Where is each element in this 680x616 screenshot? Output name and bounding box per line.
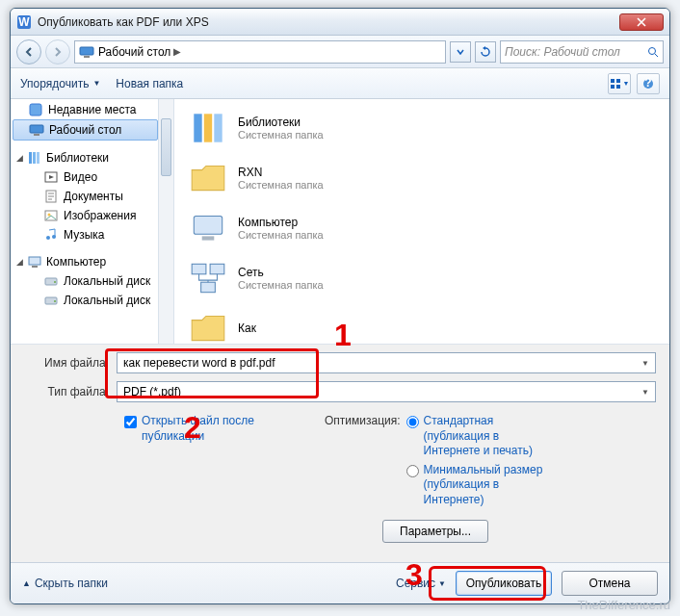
svg-rect-31 bbox=[214, 114, 222, 141]
tools-label: Сервис bbox=[396, 577, 435, 590]
svg-rect-15 bbox=[33, 152, 36, 164]
sidebar-item-music[interactable]: Музыка bbox=[11, 225, 173, 244]
computer-icon bbox=[188, 209, 228, 247]
list-item[interactable]: RXNСистемная папка bbox=[184, 155, 669, 201]
sidebar-item-documents[interactable]: Документы bbox=[11, 187, 173, 206]
svg-rect-29 bbox=[194, 114, 201, 141]
disk-icon bbox=[43, 293, 59, 308]
nav-forward-button[interactable] bbox=[45, 39, 70, 64]
svg-point-26 bbox=[54, 281, 56, 283]
sidebar-item-disk2[interactable]: Локальный диск bbox=[11, 291, 173, 310]
svg-text:W: W bbox=[18, 15, 30, 29]
chevron-down-icon: ▼ bbox=[641, 388, 649, 397]
item-subtitle: Системная папка bbox=[238, 279, 324, 291]
svg-rect-34 bbox=[192, 264, 206, 274]
help-button[interactable]: ? bbox=[637, 73, 660, 94]
publish-button[interactable]: Опубликовать bbox=[456, 571, 552, 596]
address-bar[interactable]: Рабочий стол ▶ bbox=[74, 40, 446, 64]
sidebar-item-disk1[interactable]: Локальный диск bbox=[11, 271, 173, 291]
breadcrumb-item[interactable]: Рабочий стол ▶ bbox=[98, 45, 181, 59]
filename-row: Имя файла: как перевести word в pdf.pdf … bbox=[24, 352, 656, 373]
filetype-select[interactable]: PDF (*.pdf) ▼ bbox=[117, 381, 656, 402]
options-area: Открыть файл после публикации Оптимизаци… bbox=[24, 410, 656, 552]
sidebar-item-images[interactable]: Изображения bbox=[11, 206, 173, 225]
radio-input[interactable] bbox=[406, 465, 419, 477]
libraries-icon bbox=[188, 109, 228, 147]
chevron-up-icon: ▲ bbox=[22, 578, 31, 588]
organize-label: Упорядочить bbox=[20, 77, 89, 90]
svg-point-4 bbox=[649, 47, 656, 54]
collapse-icon: ◢ bbox=[16, 257, 23, 267]
chevron-down-icon: ▼ bbox=[438, 579, 446, 588]
list-item[interactable]: СетьСистемная папка bbox=[184, 255, 669, 301]
sidebar-item-label: Рабочий стол bbox=[49, 123, 121, 137]
new-folder-label: Новая папка bbox=[116, 77, 183, 90]
file-list[interactable]: БиблиотекиСистемная папка RXNСистемная п… bbox=[174, 99, 669, 344]
open-after-checkbox[interactable]: Открыть файл после публикации bbox=[124, 414, 286, 444]
item-name: Библиотеки bbox=[238, 116, 324, 129]
documents-icon bbox=[43, 189, 59, 204]
item-subtitle: Системная папка bbox=[238, 129, 324, 141]
chevron-down-icon: ▼ bbox=[623, 80, 630, 87]
nav-back-button[interactable] bbox=[16, 39, 41, 64]
list-item[interactable]: БиблиотекиСистемная папка bbox=[184, 105, 669, 151]
filetype-label: Тип файла: bbox=[24, 385, 117, 398]
opt-standard-radio[interactable]: Стандартная (публикация в Интернете и пе… bbox=[406, 414, 546, 459]
svg-rect-30 bbox=[204, 114, 212, 141]
hide-folders-button[interactable]: ▲ Скрыть папки bbox=[22, 577, 108, 590]
view-button[interactable]: ▼ bbox=[608, 73, 631, 94]
sidebar-group-computer[interactable]: ◢ Компьютер bbox=[11, 250, 173, 271]
parameters-button[interactable]: Параметры... bbox=[382, 520, 488, 543]
sidebar-item-desktop[interactable]: Рабочий стол bbox=[13, 119, 158, 141]
sidebar: Недавние места Рабочий стол ◢ Библиотеки… bbox=[11, 99, 174, 344]
radio-input[interactable] bbox=[406, 416, 419, 428]
new-folder-button[interactable]: Новая папка bbox=[116, 77, 183, 90]
scrollbar-thumb[interactable] bbox=[161, 118, 171, 176]
refresh-button[interactable] bbox=[475, 41, 496, 63]
toolbar: Упорядочить ▼ Новая папка ▼ ? bbox=[11, 68, 669, 99]
tools-button[interactable]: Сервис ▼ bbox=[396, 577, 446, 590]
optimization-label: Оптимизация: bbox=[325, 414, 401, 510]
sidebar-item-label: Локальный диск bbox=[64, 294, 150, 307]
app-icon: W bbox=[16, 14, 32, 30]
svg-rect-36 bbox=[201, 282, 216, 293]
svg-rect-3 bbox=[84, 56, 90, 58]
cancel-button[interactable]: Отмена bbox=[562, 571, 658, 596]
item-subtitle: Системная папка bbox=[238, 229, 324, 241]
list-item[interactable]: КомпьютерСистемная папка bbox=[184, 205, 669, 251]
sidebar-item-label: Видео bbox=[64, 170, 97, 184]
sidebar-item-label: Недавние места bbox=[48, 103, 136, 116]
checkbox-input[interactable] bbox=[124, 416, 137, 428]
sidebar-item-recent[interactable]: Недавние места bbox=[11, 100, 173, 119]
sidebar-scrollbar[interactable] bbox=[158, 99, 173, 344]
window-title: Опубликовать как PDF или XPS bbox=[38, 15, 619, 29]
sidebar-group-libraries[interactable]: ◢ Библиотеки bbox=[11, 146, 173, 167]
svg-rect-2 bbox=[80, 47, 93, 55]
svg-rect-7 bbox=[611, 85, 615, 89]
item-name: Компьютер bbox=[238, 216, 324, 229]
folder-icon bbox=[188, 309, 228, 344]
item-name: RXN bbox=[238, 166, 324, 179]
sidebar-item-video[interactable]: Видео bbox=[11, 167, 173, 187]
publish-label: Опубликовать bbox=[466, 577, 541, 590]
sidebar-item-label: Локальный диск bbox=[64, 274, 150, 288]
svg-point-20 bbox=[48, 214, 51, 217]
organize-button[interactable]: Упорядочить ▼ bbox=[20, 77, 100, 90]
libraries-icon bbox=[27, 150, 42, 166]
filename-input[interactable]: как перевести word в pdf.pdf ▼ bbox=[117, 352, 656, 373]
nav-dropdown-button[interactable] bbox=[450, 41, 471, 63]
list-item[interactable]: Как bbox=[184, 305, 669, 344]
hide-folders-label: Скрыть папки bbox=[35, 577, 108, 590]
network-icon bbox=[188, 259, 228, 297]
close-button[interactable] bbox=[619, 13, 664, 31]
svg-rect-14 bbox=[29, 152, 32, 164]
chevron-down-icon: ▼ bbox=[92, 79, 100, 88]
opt-min-radio[interactable]: Минимальный размер (публикация в Интерне… bbox=[406, 463, 546, 508]
window-buttons bbox=[619, 13, 664, 31]
filetype-value: PDF (*.pdf) bbox=[123, 385, 181, 398]
computer-icon bbox=[27, 254, 42, 270]
filename-value: как перевести word в pdf.pdf bbox=[123, 356, 275, 370]
search-input[interactable]: Поиск: Рабочий стол bbox=[500, 40, 664, 64]
dialog-window: W Опубликовать как PDF или XPS Рабочий с… bbox=[10, 8, 670, 604]
svg-rect-11 bbox=[30, 104, 41, 116]
